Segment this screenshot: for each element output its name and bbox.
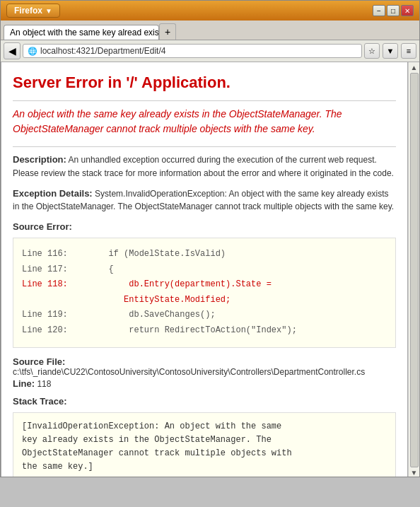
exception-label: Exception Details: bbox=[13, 188, 93, 199]
code-line-120: Line 120: return RedirectToAction("Index… bbox=[22, 323, 387, 339]
scroll-down-icon[interactable]: ▼ bbox=[411, 469, 418, 477]
new-tab-button[interactable]: + bbox=[159, 23, 176, 40]
divider-2 bbox=[13, 146, 396, 147]
close-button[interactable]: ✕ bbox=[401, 5, 414, 16]
source-line-number: 118 bbox=[37, 379, 51, 389]
firefox-menu-button[interactable]: Firefox ▼ bbox=[6, 4, 60, 18]
description-text: An unhandled exception occurred during t… bbox=[13, 155, 394, 178]
scroll-thumb[interactable] bbox=[410, 73, 419, 467]
error-title: Server Error in '/' Application. bbox=[13, 74, 396, 92]
code-line-119: Line 119: db.SaveChanges(); bbox=[22, 308, 387, 323]
nav-menu-icon[interactable]: ▼ bbox=[383, 43, 398, 59]
firefox-titlebar: Firefox ▼ bbox=[1, 1, 419, 21]
dropdown-arrow: ▼ bbox=[45, 7, 52, 15]
scrollbar[interactable]: ▲ ▼ bbox=[408, 62, 419, 477]
tab-title: An object with the same key alread exis.… bbox=[10, 28, 159, 37]
code-line-116: Line 116: if (ModelState.IsValid) bbox=[22, 247, 387, 262]
code-line-118: Line 118: db.Entry(department).State = bbox=[22, 277, 387, 293]
scroll-up-icon[interactable]: ▲ bbox=[411, 64, 418, 71]
options-icon[interactable]: ≡ bbox=[401, 43, 416, 59]
source-error-label: Source Error: bbox=[13, 221, 396, 232]
back-arrow-icon: ◀ bbox=[8, 45, 16, 57]
source-file-line: Source File: c:\tfs\_riande\CU22\Contoso… bbox=[13, 356, 396, 377]
minimize-button[interactable]: − bbox=[373, 5, 385, 16]
back-button[interactable]: ◀ bbox=[4, 42, 21, 59]
page-content: Server Error in '/' Application. An obje… bbox=[1, 62, 408, 477]
source-file-path: c:\tfs\_riande\CU22\ContosoUniversity\Co… bbox=[13, 367, 365, 377]
address-bar[interactable]: 🌐 localhost:4321/Department/Edit/4 bbox=[23, 44, 362, 58]
exception-paragraph: Exception Details: System.InvalidOperati… bbox=[13, 187, 396, 214]
code-line-117: Line 117: { bbox=[22, 262, 387, 278]
code-block: Line 116: if (ModelState.IsValid) Line 1… bbox=[13, 238, 396, 348]
stack-trace-block: [InvalidOperationException: An object wi… bbox=[13, 412, 396, 477]
source-file-label: Source File: bbox=[13, 356, 65, 367]
code-line-118-cont: EntityState.Modified; bbox=[22, 293, 387, 308]
nav-icons: ☆ ▼ ≡ bbox=[364, 43, 416, 59]
window-controls: − □ ✕ bbox=[373, 5, 414, 16]
source-line-number-line: Line: 118 bbox=[13, 378, 396, 389]
error-description: An object with the same key already exis… bbox=[13, 107, 396, 136]
description-label: Description: bbox=[13, 154, 66, 165]
lock-icon: 🌐 bbox=[28, 47, 37, 56]
nav-bar: ◀ 🌐 localhost:4321/Department/Edit/4 ☆ ▼… bbox=[1, 40, 419, 62]
url-text: localhost:4321/Department/Edit/4 bbox=[40, 46, 357, 56]
divider-1 bbox=[13, 100, 396, 101]
titlebar: Firefox ▼ − □ ✕ bbox=[1, 1, 419, 21]
description-paragraph: Description: An unhandled exception occu… bbox=[13, 153, 396, 180]
stack-trace-text: [InvalidOperationException: An object wi… bbox=[22, 421, 292, 472]
stack-trace-label: Stack Trace: bbox=[13, 396, 396, 407]
firefox-label: Firefox bbox=[14, 6, 42, 16]
bookmark-icon[interactable]: ☆ bbox=[364, 43, 380, 59]
maximize-button[interactable]: □ bbox=[387, 5, 399, 16]
tab-bar: An object with the same key alread exis.… bbox=[1, 21, 419, 40]
active-tab[interactable]: An object with the same key alread exis.… bbox=[4, 25, 159, 40]
source-line-label: Line: bbox=[13, 378, 35, 389]
browser-window: Firefox ▼ − □ ✕ An object with the same … bbox=[0, 0, 420, 477]
